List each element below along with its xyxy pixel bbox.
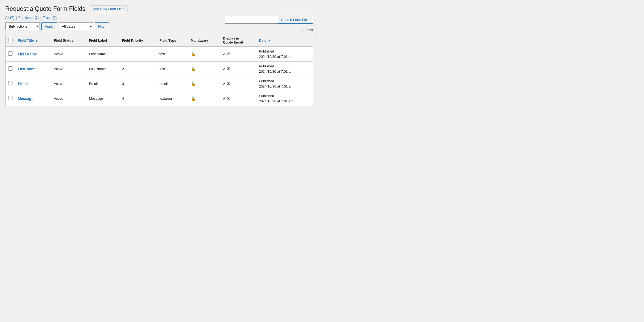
- search-form-field-button[interactable]: Search Form Field: [278, 16, 313, 24]
- row-field-title-cell: Email: [15, 76, 51, 91]
- row-display-quote-email-cell: ✔✉︎: [220, 91, 256, 106]
- row-field-label-cell: Last Name: [86, 62, 120, 76]
- row-field-title-link[interactable]: Email: [18, 82, 28, 86]
- row-field-title-cell: Message: [15, 91, 51, 106]
- row-field-status-cell: Active: [51, 76, 86, 91]
- checkmark-icon: ✔: [223, 52, 226, 56]
- date-sort-arrow: ▼: [268, 39, 271, 42]
- row-display-quote-email-cell: ✔✉︎: [220, 47, 256, 62]
- row-date-cell: Published 2024/10/30 at 7:01 am: [256, 91, 313, 106]
- row-display-quote-email-cell: ✔✉︎: [220, 76, 256, 91]
- check-envelope-icons: ✔✉︎: [223, 66, 230, 72]
- date-value: 2024/10/30 at 7:01 am: [259, 99, 293, 103]
- row-field-priority-cell: 3: [119, 76, 157, 91]
- envelope-icon: ✉︎: [227, 96, 230, 101]
- date-status: Published: [259, 94, 274, 98]
- date-status: Published: [259, 49, 274, 53]
- row-field-priority-cell: 2: [119, 62, 157, 76]
- date-value: 2024/10/30 at 7:01 am: [259, 69, 293, 73]
- row-date-cell: Published 2024/10/30 at 7:01 am: [256, 47, 313, 62]
- filter-all-link[interactable]: All (7): [5, 16, 14, 20]
- lock-icon: 🔒: [191, 96, 196, 101]
- search-input[interactable]: [225, 16, 278, 24]
- lock-icon: 🔒: [191, 51, 196, 56]
- field-title-sort-arrow: ▲: [35, 39, 38, 42]
- row-field-status-cell: Active: [51, 62, 86, 76]
- table-row: Last Name Active Last Name 2 text 🔒 ✔✉︎ …: [6, 62, 313, 76]
- row-field-title-cell: Last Name: [15, 62, 51, 76]
- bulk-actions-select[interactable]: Bulk actions: [5, 22, 40, 30]
- row-field-priority-cell: 4: [119, 91, 157, 106]
- lock-icon: 🔒: [191, 66, 196, 71]
- row-checkbox-cell: [6, 76, 15, 91]
- envelope-icon: ✉︎: [227, 51, 230, 57]
- row-field-label-cell: Email: [86, 76, 120, 91]
- add-new-form-field-button[interactable]: Add New Form Field: [90, 6, 128, 12]
- row-checkbox-cell: [6, 91, 15, 106]
- column-field-status: Field Status: [51, 34, 86, 47]
- checkmark-icon: ✔: [223, 67, 226, 71]
- items-count: 7 items: [302, 28, 313, 32]
- row-field-priority-cell: 1: [119, 47, 157, 62]
- page-title: Request a Quote Form Fields: [5, 5, 85, 12]
- check-envelope-icons: ✔✉︎: [223, 96, 230, 101]
- row-checkbox-cell: [6, 62, 15, 76]
- row-checkbox[interactable]: [8, 96, 12, 100]
- row-mandatory-cell: 🔒: [188, 76, 220, 91]
- filter-button[interactable]: Filter: [95, 22, 109, 30]
- row-checkbox[interactable]: [8, 81, 12, 85]
- select-all-checkbox[interactable]: [8, 38, 12, 42]
- row-date-cell: Published 2024/10/30 at 7:01 am: [256, 76, 313, 91]
- checkmark-icon: ✔: [223, 96, 226, 101]
- row-checkbox[interactable]: [8, 51, 12, 56]
- filter-trash-link[interactable]: Trash (3): [43, 16, 56, 20]
- row-date-cell: Published 2024/10/30 at 7:01 am: [256, 62, 313, 76]
- filter-published-link[interactable]: Published (7): [18, 16, 39, 20]
- date-status: Published: [259, 79, 274, 83]
- search-area: Search Form Field: [225, 16, 313, 24]
- row-checkbox-cell: [6, 47, 15, 62]
- row-checkbox[interactable]: [8, 66, 12, 71]
- row-field-title-link[interactable]: First Name: [18, 52, 37, 56]
- row-field-label-cell: First Name: [86, 47, 120, 62]
- date-value: 2024/10/30 at 7:01 am: [259, 84, 293, 88]
- checkmark-icon: ✔: [223, 81, 226, 86]
- check-envelope-icons: ✔✉︎: [223, 51, 230, 57]
- row-field-status-cell: Active: [51, 47, 86, 62]
- column-field-priority: Field Priority: [119, 34, 157, 47]
- row-field-label-cell: Message: [86, 91, 120, 106]
- apply-button[interactable]: Apply: [41, 22, 57, 30]
- row-field-type-cell: email: [157, 76, 188, 91]
- column-date[interactable]: Date ▼: [256, 34, 313, 47]
- row-mandatory-cell: 🔒: [188, 62, 220, 76]
- lock-icon: 🔒: [191, 81, 196, 86]
- row-field-title-link[interactable]: Message: [18, 97, 33, 101]
- check-envelope-icons: ✔✉︎: [223, 81, 230, 86]
- row-field-title-cell: First Name: [15, 47, 51, 62]
- table-row: Email Active Email 3 email 🔒 ✔✉︎ Publish…: [6, 76, 313, 91]
- status-filter-links: All (7) | Published (7) | Trash (3): [5, 16, 109, 20]
- row-field-type-cell: textarea: [157, 91, 188, 106]
- envelope-icon: ✉︎: [227, 66, 230, 72]
- table-row: Message Active Message 4 textarea 🔒 ✔✉︎ …: [6, 91, 313, 106]
- column-field-type: Field Type: [157, 34, 188, 47]
- row-mandatory-cell: 🔒: [188, 91, 220, 106]
- column-display-in-quote-email: Display inQuote Email: [220, 34, 256, 47]
- column-checkbox: [6, 34, 15, 47]
- row-field-title-link[interactable]: Last Name: [18, 67, 37, 71]
- row-field-type-cell: text: [157, 62, 188, 76]
- row-field-type-cell: text: [157, 47, 188, 62]
- date-value: 2024/10/30 at 7:01 am: [259, 55, 293, 59]
- column-field-label: Field Label: [86, 34, 120, 47]
- envelope-icon: ✉︎: [227, 81, 230, 86]
- date-status: Published: [259, 64, 274, 68]
- filter-row: Bulk actions Apply All dates Filter: [5, 22, 109, 30]
- table-row: First Name Active First Name 1 text 🔒 ✔✉…: [6, 47, 313, 62]
- column-field-title[interactable]: Field Title ▲: [15, 34, 51, 47]
- row-display-quote-email-cell: ✔✉︎: [220, 62, 256, 76]
- row-field-status-cell: Active: [51, 91, 86, 106]
- column-mandatory: Mandatory: [188, 34, 220, 47]
- form-fields-table: Field Title ▲ Field Status Field Label F…: [5, 34, 313, 106]
- row-mandatory-cell: 🔒: [188, 47, 220, 62]
- date-filter-select[interactable]: All dates: [59, 22, 93, 30]
